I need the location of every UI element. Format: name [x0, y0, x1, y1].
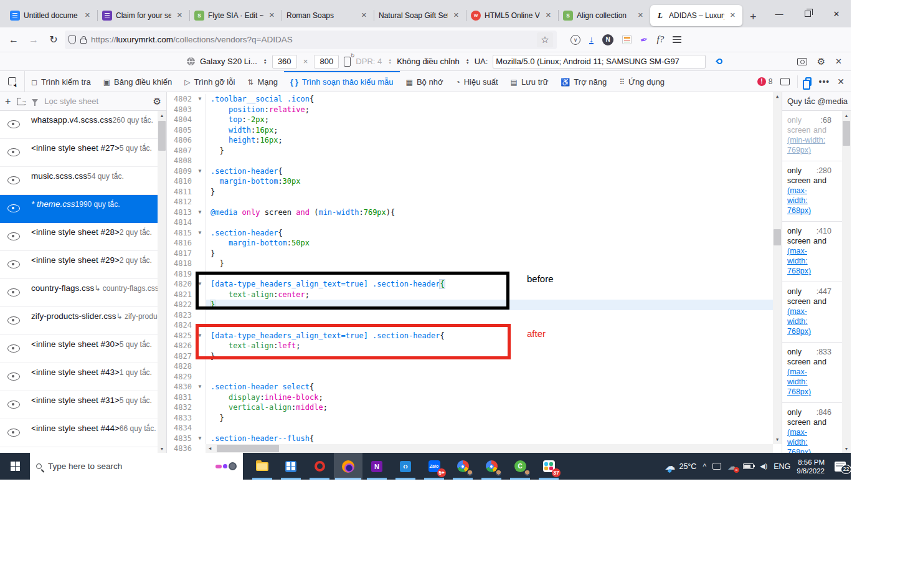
device-selector[interactable]: Galaxy S20 Li... — [200, 57, 257, 66]
code-line[interactable]: 4819 — [167, 269, 782, 280]
stylesheet-item[interactable]: <inline style sheet #30>5 quy tắc. — [0, 335, 166, 363]
hidden-icons-chevron[interactable]: ^ — [703, 462, 706, 471]
editor-vertical-scrollbar[interactable]: ▲ ▼ — [773, 92, 782, 444]
media-rule-line-number[interactable]: :846 — [817, 407, 831, 417]
quill-extension-icon[interactable]: ✒ — [639, 33, 650, 46]
code-line[interactable]: 4812 — [167, 197, 782, 207]
media-panel-scrollbar[interactable]: ▲▼ — [842, 111, 851, 453]
display-icon[interactable] — [712, 463, 721, 470]
visibility-toggle-icon[interactable] — [7, 148, 20, 156]
media-scroll-thumb[interactable] — [843, 121, 850, 146]
tab-close-icon[interactable]: ✕ — [83, 11, 92, 20]
stylesheet-item[interactable]: <inline style sheet #27>5 quy tắc. — [0, 139, 166, 167]
devtools-tab-application[interactable]: ⠿Ứng dụng — [613, 71, 671, 92]
rdm-settings-icon[interactable]: ⚙ — [817, 56, 825, 67]
scroll-up-icon[interactable]: ▲ — [158, 111, 166, 120]
devtools-tab-storage[interactable]: ▤Lưu trữ — [504, 71, 555, 92]
battery-icon[interactable] — [743, 463, 754, 469]
devtools-tab-inspector[interactable]: ◻Trình kiểm tra — [25, 71, 97, 92]
code-line[interactable]: 4824 — [167, 320, 782, 331]
browser-tab[interactable]: Claim for your se✕ — [97, 5, 189, 26]
stylesheet-item[interactable]: <inline style sheet #28>2 quy tắc. — [0, 223, 166, 251]
rdm-close-icon[interactable]: ✕ — [835, 57, 842, 66]
devtools-tab-memory[interactable]: ▦Bộ nhớ — [400, 71, 450, 92]
filter-stylesheet-input[interactable]: Lọc style sheet — [44, 97, 146, 106]
lock-icon[interactable] — [80, 39, 87, 44]
devtools-tab-braces[interactable]: { }Trình soạn thảo kiểu mẫu — [284, 71, 400, 92]
taskbar-search[interactable]: Type here to search — [30, 453, 243, 480]
horizontal-scroll-thumb[interactable] — [217, 445, 279, 452]
visibility-toggle-icon[interactable] — [7, 288, 20, 296]
code-line[interactable]: 4822} — [167, 300, 782, 310]
browser-tab[interactable]: sAlign collection✕ — [558, 5, 650, 26]
scroll-down-icon[interactable]: ▼ — [842, 444, 851, 453]
bookmark-star-icon[interactable]: ☆ — [537, 32, 553, 47]
forward-button[interactable]: → — [25, 31, 42, 49]
stylesheet-item[interactable]: * theme.css1990 quy tắc. — [0, 195, 166, 223]
tab-close-icon[interactable]: ✕ — [267, 11, 277, 20]
code-line[interactable]: 4829 — [167, 372, 782, 382]
browser-tab[interactable]: Untitled docume✕ — [5, 5, 97, 26]
code-line[interactable]: 4828 — [167, 361, 782, 372]
restore-button[interactable] — [793, 0, 822, 27]
media-condition-link[interactable]: (min-width: 769px) — [787, 136, 825, 154]
stylesheet-item[interactable]: <inline style sheet #43>1 quy tắc. — [0, 363, 166, 391]
media-rule-line-number[interactable]: :447 — [817, 287, 831, 296]
volume-icon[interactable]: ◀) — [760, 462, 767, 470]
taskbar-app-store[interactable] — [277, 453, 305, 480]
tab-close-icon[interactable]: ✕ — [452, 11, 461, 20]
media-condition-link[interactable]: (max-width: 768px) — [787, 428, 811, 453]
code-line[interactable]: 4833 } — [167, 413, 782, 424]
code-line[interactable]: 4808 — [167, 156, 782, 166]
reader-mode-icon[interactable] — [622, 35, 632, 44]
pocket-icon[interactable]: ∨ — [570, 35, 580, 45]
devtools-tab-network[interactable]: ⇅Mạng — [241, 71, 284, 92]
throttle-arrows-icon[interactable]: ▲▼ — [466, 59, 470, 65]
media-condition-link[interactable]: (max-width: 768px) — [787, 307, 811, 336]
code-line[interactable]: 4813▼@media only screen and (min-width:7… — [167, 207, 782, 218]
media-rule-line-number[interactable]: :833 — [817, 347, 831, 357]
scroll-down-icon[interactable]: ▼ — [158, 444, 166, 453]
clock[interactable]: 8:56 PM9/8/2022 — [797, 458, 825, 475]
stylesheet-item[interactable]: <inline style sheet #32> — [0, 447, 166, 453]
visibility-toggle-icon[interactable] — [7, 429, 20, 437]
taskbar-app-chrome1[interactable] — [448, 453, 477, 480]
browser-tab[interactable]: sFlyte SIA · Edit ~✕ — [189, 5, 282, 26]
throttle-selector[interactable]: Không điều chỉnh — [397, 57, 459, 66]
code-line[interactable]: 4827} — [167, 351, 782, 362]
code-line[interactable]: 4831 display:inline-block; — [167, 392, 782, 403]
stylesheet-item[interactable]: <inline style sheet #29>2 quy tắc. — [0, 251, 166, 279]
visibility-toggle-icon[interactable] — [7, 176, 20, 184]
sidebar-scrollbar[interactable]: ▲▼ — [158, 111, 166, 453]
code-line[interactable]: 4823 — [167, 310, 782, 321]
visibility-toggle-icon[interactable] — [7, 260, 20, 268]
editor-scroll-thumb[interactable] — [774, 229, 781, 245]
code-line[interactable]: 4804 top:-2px; — [167, 115, 782, 125]
device-selector-arrows-icon[interactable]: ▲▼ — [263, 59, 267, 65]
function-extension-icon[interactable]: f? — [657, 34, 665, 45]
pick-element-button[interactable] — [0, 71, 25, 92]
start-button[interactable] — [0, 453, 30, 480]
code-line[interactable]: 4826 text-align:left; — [167, 341, 782, 351]
fold-arrow-icon[interactable]: ▼ — [194, 434, 206, 444]
browser-tab[interactable]: Roman Soaps✕ — [282, 5, 374, 26]
code-line[interactable]: 4816 margin-bottom:50px — [167, 238, 782, 249]
code-line[interactable]: 4830▼.section-header select{ — [167, 382, 782, 392]
fold-arrow-icon[interactable]: ▼ — [194, 279, 206, 290]
code-line[interactable]: 4820▼[data-type_headers_align_text=true]… — [167, 279, 782, 290]
url-bar[interactable]: https://luxurymrkt.com/collections/vendo… — [65, 31, 557, 49]
devtools-close-icon[interactable]: ✕ — [837, 77, 845, 87]
fold-arrow-icon[interactable]: ▼ — [194, 331, 206, 341]
code-line[interactable]: 4807 } — [167, 146, 782, 156]
visibility-toggle-icon[interactable] — [7, 316, 20, 325]
stylesheet-item[interactable]: <inline style sheet #31>5 quy tắc. — [0, 391, 166, 419]
tab-close-icon[interactable]: ✕ — [359, 11, 369, 20]
stylesheet-item[interactable]: whatsapp.v4.scss.css260 quy tắc. — [0, 111, 166, 139]
code-line[interactable]: 4802▼.toolbar__social .icon{ — [167, 94, 782, 105]
scroll-left-icon[interactable]: ◀ — [206, 444, 214, 453]
error-badge[interactable]: !8 — [757, 77, 773, 86]
code-line[interactable]: 4805 width:16px; — [167, 125, 782, 136]
visibility-toggle-icon[interactable] — [7, 344, 20, 353]
ua-input[interactable]: Mozilla/5.0 (Linux; Android 11; SAMSUNG … — [493, 55, 706, 69]
media-rule-line-number[interactable]: :410 — [817, 226, 831, 236]
